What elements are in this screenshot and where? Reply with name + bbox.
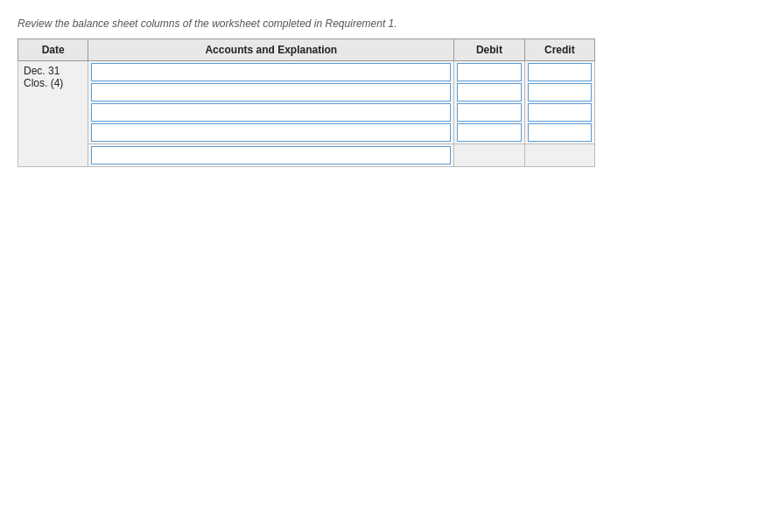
instruction-text: Review the balance sheet columns of the … xyxy=(18,18,740,30)
table-row-last xyxy=(18,144,595,167)
credit-cell-empty xyxy=(524,144,594,167)
account-input-4[interactable] xyxy=(91,123,451,142)
header-credit: Credit xyxy=(524,39,594,61)
debit-cell-empty xyxy=(454,144,524,167)
page-wrapper: Review the balance sheet columns of the … xyxy=(0,0,758,167)
account-input-3[interactable] xyxy=(91,103,451,122)
date-label-clos4: Clos. (4) xyxy=(24,77,63,89)
accounts-cell-1 xyxy=(88,61,454,144)
credit-input-1[interactable] xyxy=(528,63,592,81)
account-input-5[interactable] xyxy=(91,146,451,164)
debit-input-4[interactable] xyxy=(457,123,521,142)
account-input-2[interactable] xyxy=(91,83,451,102)
table-row: Dec. 31 Clos. (4) xyxy=(18,61,595,144)
debit-input-1[interactable] xyxy=(457,63,521,81)
debit-cell-1 xyxy=(454,61,524,144)
credit-input-3[interactable] xyxy=(528,103,592,122)
header-accounts: Accounts and Explanation xyxy=(88,39,454,61)
header-date: Date xyxy=(18,39,88,61)
date-label-dec31: Dec. 31 xyxy=(24,65,60,77)
account-input-1[interactable] xyxy=(91,63,451,81)
header-debit: Debit xyxy=(454,39,524,61)
journal-table: Date Accounts and Explanation Debit Cred… xyxy=(18,38,595,167)
credit-input-4[interactable] xyxy=(528,123,592,142)
date-cell-dec31: Dec. 31 Clos. (4) xyxy=(18,61,88,167)
credit-cell-1 xyxy=(524,61,594,144)
accounts-cell-last xyxy=(88,144,454,167)
credit-input-2[interactable] xyxy=(528,83,592,102)
debit-input-3[interactable] xyxy=(457,103,521,122)
debit-input-2[interactable] xyxy=(457,83,521,102)
